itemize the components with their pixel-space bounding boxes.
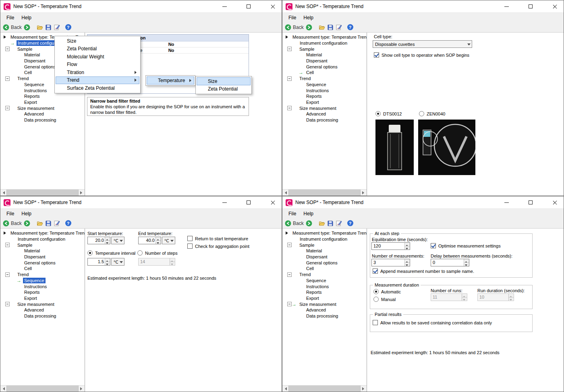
menu-item-size[interactable]: Size [56,37,139,45]
tree-item-sizemeas[interactable]: Size measurement [0,301,85,307]
increment-button[interactable] [170,258,175,262]
menu-help[interactable]: Help [300,210,317,218]
tree-item-advanced[interactable]: Advanced [282,307,367,313]
tree-collapsed-arrow-icon[interactable] [286,35,288,39]
save-icon[interactable] [327,220,334,227]
titlebar[interactable]: New SOP* - Temperature Trend [0,196,282,208]
tree-item-dataproc[interactable]: Data processing [0,313,85,319]
tree-item-dataproc[interactable]: Data processing [282,117,367,123]
tree-item-general[interactable]: General options [0,260,85,266]
tree-item-material[interactable]: Material [282,52,367,58]
temperature-interval-input[interactable]: 1.5 [87,258,110,266]
forward-icon[interactable] [24,24,30,31]
decrement-button[interactable] [405,262,410,266]
tree-item-export[interactable]: Export [0,99,85,105]
scroll-right-button[interactable] [79,190,85,196]
menu-item-titration[interactable]: Titration [56,68,139,76]
tree-collapse-box-icon[interactable] [287,243,292,247]
minimize-button[interactable] [219,198,230,206]
report-pen-icon[interactable] [336,220,342,227]
minimize-button[interactable] [501,198,512,206]
tree-item-root[interactable]: Measurement type: Temperature Trend [282,230,367,236]
manual-radio[interactable]: Manual [373,297,396,302]
menu-file[interactable]: File [285,210,300,218]
scroll-left-button[interactable] [282,386,288,392]
tree-item-dispersant[interactable]: Dispersant [282,58,367,64]
menu-item-temperature[interactable]: Temperature [147,76,194,85]
tree-collapsed-arrow-icon[interactable] [286,231,288,235]
scroll-left-button[interactable] [282,190,288,196]
cell-type-select[interactable]: Disposable cuvettes [373,40,472,48]
titlebar[interactable]: New SOP* - Temperature Trend [282,196,564,208]
show-cell-type-checkbox[interactable]: Show cell type to operator when SOP begi… [374,53,469,58]
decrement-button[interactable] [105,240,110,244]
end-unit-select[interactable]: °C [162,237,175,244]
increment-button[interactable] [462,294,467,297]
maximize-button[interactable] [525,198,536,206]
menu-item-zeta-potential[interactable]: Zeta Potential [197,85,251,93]
temperature-interval-radio[interactable]: Temperature interval [87,251,135,256]
tree-item-trend[interactable]: Trend [0,272,85,278]
close-button[interactable] [267,2,278,10]
menu-item-trend[interactable]: Trend [56,76,139,85]
back-button[interactable]: Back [285,24,304,31]
menu-file[interactable]: File [285,14,300,22]
menu-item-flow[interactable]: Flow [56,61,139,69]
increment-button[interactable] [156,237,161,240]
tree-collapsed-arrow-icon[interactable] [4,35,6,39]
start-temperature-input[interactable]: 20.0 [87,237,110,244]
scrollbar-thumb[interactable] [6,386,79,392]
menu-item-surface-zeta-potential[interactable]: Surface Zeta Potential [56,84,139,92]
tree-horizontal-scrollbar[interactable] [0,385,85,392]
tree-item-general[interactable]: General options [282,260,367,266]
minimize-button[interactable] [501,2,512,10]
open-icon[interactable] [319,24,325,31]
open-icon[interactable] [37,24,43,31]
decrement-button[interactable] [462,297,467,301]
scroll-right-button[interactable] [361,190,367,196]
check-aggregation-checkbox[interactable]: Check for aggregation point [187,244,249,249]
run-duration-input[interactable]: 10 [477,293,514,301]
tree-collapse-box-icon[interactable] [287,47,292,51]
scrollbar-thumb[interactable] [288,190,361,196]
forward-icon[interactable] [306,24,312,31]
tree-item-reports[interactable]: Reports [282,93,367,99]
tree-item-material[interactable]: Material [0,248,85,254]
menu-help[interactable]: Help [18,14,35,22]
tree-item-reports[interactable]: Reports [0,289,85,295]
number-of-steps-radio[interactable]: Number of steps [137,251,178,256]
tree-item-export[interactable]: Export [282,295,367,301]
allow-partial-results-checkbox[interactable]: Allow results to be saved containing cor… [373,320,492,325]
help-icon[interactable]: ? [347,220,353,226]
maximize-button[interactable] [525,2,536,10]
tree-item-advanced[interactable]: Advanced [0,307,85,313]
decrement-button[interactable] [464,262,469,266]
tree-item-dataproc[interactable]: Data processing [0,117,85,123]
tree-item-reports[interactable]: Reports [282,289,367,295]
decrement-button[interactable] [105,262,110,265]
close-button[interactable] [549,2,560,10]
decrement-button[interactable] [170,262,175,265]
tree-collapse-box-icon[interactable] [287,106,292,110]
report-pen-icon[interactable] [336,24,342,31]
tree-collapse-box-icon[interactable] [5,76,10,81]
tree-horizontal-scrollbar[interactable] [282,189,367,196]
start-unit-select[interactable]: °C [111,237,124,244]
maximize-button[interactable] [243,2,254,10]
help-icon[interactable]: ? [347,24,353,30]
titlebar[interactable]: New SOP* - Temperature Trend [282,0,564,12]
tree-item-instructions[interactable]: Instructions [0,283,85,289]
tree-item-dataproc[interactable]: Data processing [282,313,367,319]
return-to-start-checkbox[interactable]: Return to start temperature [187,236,248,241]
tree-item-sequence[interactable]: Sequence [282,278,367,284]
tree-item-sample[interactable]: Sample [282,46,367,52]
scroll-left-button[interactable] [0,190,6,196]
number-of-measurements-input[interactable]: 3 [371,259,410,266]
tree-item-advanced[interactable]: Advanced [282,111,367,117]
tree-item-sequence[interactable]: Sequence [282,82,367,88]
tree-horizontal-scrollbar[interactable] [0,189,85,196]
increment-button[interactable] [464,259,469,262]
decrement-button[interactable] [509,297,514,301]
back-button[interactable]: Back [3,220,22,227]
help-icon[interactable]: ? [65,220,71,226]
